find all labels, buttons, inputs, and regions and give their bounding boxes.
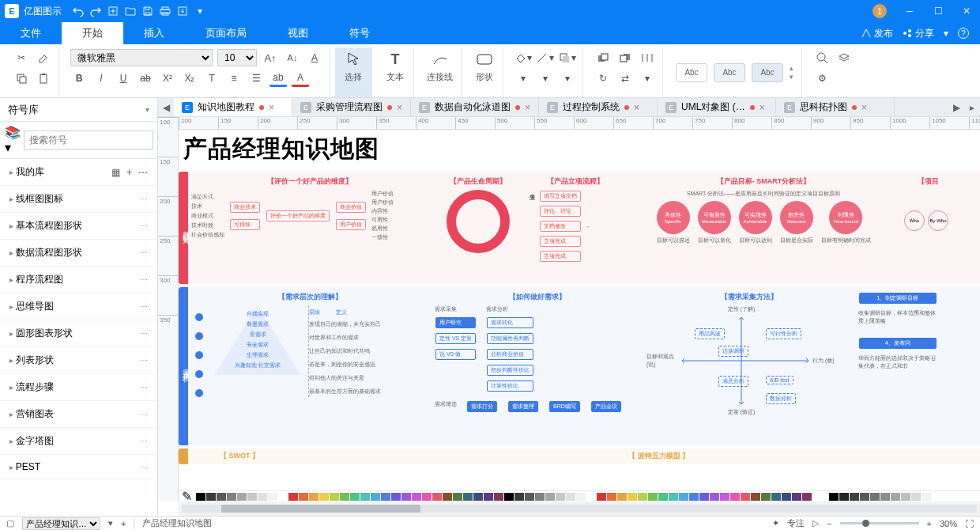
page-panel-icon[interactable]: ▢ <box>6 518 14 528</box>
color-swatch[interactable] <box>597 493 606 501</box>
maximize-icon[interactable]: ☐ <box>929 2 947 20</box>
line-color-icon[interactable]: ▾ <box>537 49 554 66</box>
bring-front-icon[interactable] <box>594 49 612 66</box>
style-preset-2[interactable]: Abc <box>714 63 745 82</box>
color-swatch[interactable] <box>319 493 329 501</box>
tab-close-icon[interactable]: × <box>760 102 765 113</box>
category-item[interactable]: ▸ 金字塔图⋯ <box>0 428 157 455</box>
style-preset-3[interactable]: Abc <box>752 63 783 82</box>
page-dropdown-icon[interactable]: ▾ <box>108 518 113 528</box>
color-swatch[interactable] <box>494 493 503 501</box>
tab-close-icon[interactable]: × <box>525 102 530 113</box>
print-icon[interactable] <box>156 2 174 20</box>
color-swatch[interactable] <box>206 493 216 501</box>
find-icon[interactable] <box>813 49 831 66</box>
color-swatch[interactable] <box>227 493 236 501</box>
color-swatch[interactable] <box>196 493 205 501</box>
tab-next-icon[interactable]: ▶ <box>948 98 964 116</box>
color-swatch[interactable] <box>330 493 339 501</box>
category-item[interactable]: ▸ 列表形状⋯ <box>0 347 157 374</box>
color-swatch[interactable] <box>802 493 812 501</box>
color-swatch[interactable] <box>381 493 390 501</box>
document-tab[interactable]: E过程控制系统× <box>539 98 658 116</box>
panel-collapse-icon[interactable]: ▾ <box>145 105 149 114</box>
color-swatch[interactable] <box>850 493 859 501</box>
color-swatch[interactable] <box>699 493 709 501</box>
color-swatch[interactable] <box>607 493 616 501</box>
color-swatch[interactable] <box>576 493 586 501</box>
document-tab[interactable]: E数据自动化泳道图× <box>411 98 539 116</box>
color-swatch[interactable] <box>720 493 729 501</box>
underline-icon[interactable]: U <box>115 70 132 87</box>
color-swatch[interactable] <box>463 493 473 501</box>
color-swatch[interactable] <box>504 493 514 501</box>
strike-icon[interactable]: ab <box>137 70 154 87</box>
color-swatch[interactable] <box>422 493 432 501</box>
color-swatch[interactable] <box>771 493 781 501</box>
font-family-select[interactable]: 微软雅黑 <box>70 49 213 66</box>
color-swatch[interactable] <box>880 493 890 501</box>
color-swatch[interactable] <box>453 493 462 501</box>
category-item[interactable]: ▸ 营销图表⋯ <box>0 401 157 428</box>
color-swatch[interactable] <box>648 493 658 501</box>
color-swatch[interactable] <box>401 493 411 501</box>
rotate-icon[interactable]: ↻ <box>594 70 612 87</box>
arrange-icon[interactable]: ▾ <box>514 70 532 87</box>
color-swatch[interactable] <box>741 493 750 501</box>
color-swatch[interactable] <box>658 493 668 501</box>
shadow-icon[interactable]: ▾ <box>559 49 576 66</box>
menu-page-layout[interactable]: 页面布局 <box>185 22 267 44</box>
color-swatch[interactable] <box>860 493 869 501</box>
my-library-item[interactable]: ▸ 我的库 ▦+⋯ <box>0 159 157 186</box>
color-swatch[interactable] <box>391 493 401 501</box>
color-swatch[interactable] <box>484 493 493 501</box>
color-swatch[interactable] <box>638 493 647 501</box>
color-swatch[interactable] <box>258 493 267 501</box>
color-swatch[interactable] <box>566 493 575 501</box>
distribute-icon[interactable] <box>639 49 656 66</box>
close-icon[interactable]: ✕ <box>958 2 975 20</box>
menu-file[interactable]: 文件 <box>0 22 62 44</box>
menu-insert[interactable]: 插入 <box>123 22 185 44</box>
color-swatch[interactable] <box>891 493 900 501</box>
color-swatch[interactable] <box>839 493 849 501</box>
document-tab[interactable]: E采购管理流程图× <box>292 98 411 116</box>
share-dropdown-icon[interactable]: ▾ <box>944 28 948 39</box>
superscript-icon[interactable]: X² <box>159 70 176 87</box>
highlight-icon[interactable]: ab <box>270 70 287 87</box>
align-icon[interactable]: ▾ <box>537 70 554 87</box>
help-icon[interactable]: ? <box>958 28 969 39</box>
add-page-icon[interactable]: + <box>121 519 126 528</box>
category-item[interactable]: ▸ PEST⋯ <box>0 455 157 479</box>
group-icon[interactable]: ▾ <box>559 70 576 87</box>
minimize-icon[interactable]: ─ <box>901 2 918 20</box>
category-item[interactable]: ▸ 圆形图表形状⋯ <box>0 320 157 347</box>
fit-page-icon[interactable]: ⛶ <box>965 519 974 528</box>
color-swatch[interactable] <box>299 493 308 501</box>
color-swatch[interactable] <box>412 493 421 501</box>
document-tab[interactable]: E知识地图教程× <box>174 98 292 116</box>
tab-prev-icon[interactable]: ◀ <box>158 98 174 116</box>
color-swatch[interactable] <box>432 493 442 501</box>
symbol-search-input[interactable] <box>24 131 153 150</box>
page-select[interactable]: 产品经理知识… <box>22 517 100 530</box>
focus-mode-icon[interactable]: ✦ <box>772 518 779 528</box>
horizontal-scrollbar[interactable] <box>179 502 980 516</box>
color-swatch[interactable] <box>922 493 931 501</box>
copy-icon[interactable] <box>13 70 30 87</box>
subscript-icon[interactable]: X₂ <box>181 70 198 87</box>
flip-icon[interactable]: ⇄ <box>616 70 634 87</box>
color-swatch[interactable] <box>829 493 839 501</box>
user-avatar[interactable]: 1 <box>873 4 887 18</box>
font-color-icon[interactable]: A <box>292 70 309 87</box>
line-spacing-icon[interactable]: ≡ <box>225 70 243 87</box>
color-swatch[interactable] <box>309 493 318 501</box>
color-swatch[interactable] <box>545 493 555 501</box>
shape-tool[interactable]: 形状 <box>466 47 503 97</box>
tab-close-icon[interactable]: × <box>269 102 274 113</box>
open-icon[interactable] <box>122 2 139 20</box>
fill-icon[interactable]: ▾ <box>514 49 532 66</box>
color-swatch[interactable] <box>761 493 771 501</box>
tab-close-icon[interactable]: × <box>861 102 867 113</box>
italic-icon[interactable]: I <box>92 70 110 87</box>
